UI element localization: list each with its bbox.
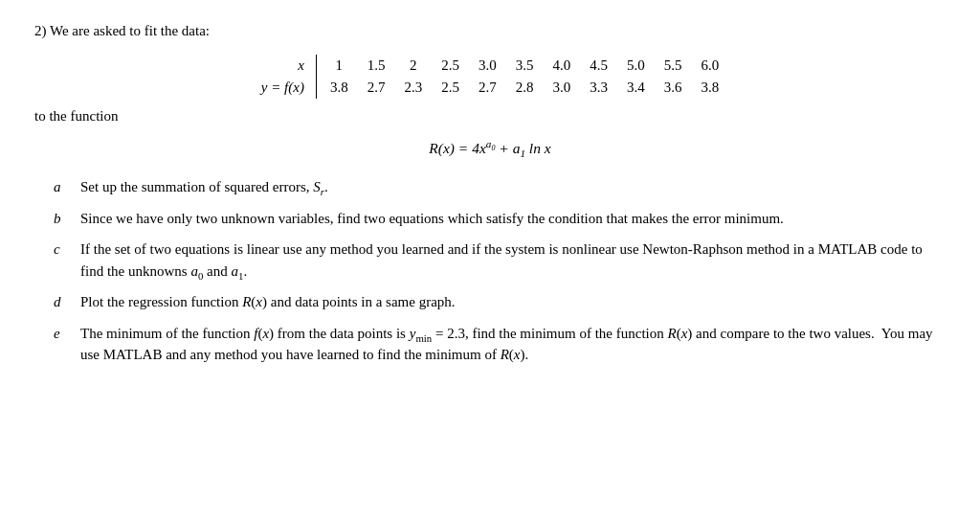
- table-row-x: x 1 1.5 2 2.5 3.0 3.5 4.0 4.5 5.0 5.5 6.…: [252, 55, 728, 77]
- part-b-label: b: [54, 208, 75, 230]
- y-val-9: 3.4: [617, 77, 655, 99]
- intro-text: 2) We are asked to fit the data:: [34, 23, 210, 38]
- part-a-label: a: [54, 176, 75, 198]
- part-d: d Plot the regression function R(x) and …: [54, 291, 946, 313]
- part-d-label: d: [54, 291, 75, 313]
- x-val-7: 4.0: [543, 55, 580, 77]
- x-label: x: [252, 55, 317, 77]
- y-val-5: 2.7: [469, 77, 506, 99]
- x-val-2: 1.5: [358, 55, 395, 77]
- x-val-11: 6.0: [691, 55, 728, 77]
- x-val-4: 2.5: [432, 55, 469, 77]
- y-val-1: 3.8: [316, 77, 357, 99]
- data-table-container: x 1 1.5 2 2.5 3.0 3.5 4.0 4.5 5.0 5.5 6.…: [34, 55, 946, 99]
- to-function-text: to the function: [34, 108, 946, 125]
- part-c-text: If the set of two equations is linear us…: [80, 239, 946, 282]
- x-val-3: 2: [394, 55, 432, 77]
- y-val-10: 3.6: [655, 77, 692, 99]
- x-val-5: 3.0: [469, 55, 506, 77]
- y-val-7: 3.0: [543, 77, 580, 99]
- part-c: c If the set of two equations is linear …: [54, 239, 946, 282]
- y-val-2: 2.7: [358, 77, 395, 99]
- y-val-8: 3.3: [580, 77, 617, 99]
- formula-container: R(x) = 4xa0 + a1 ln x: [34, 140, 946, 157]
- formula: R(x) = 4xa0 + a1 ln x: [429, 140, 550, 157]
- table-row-y: y = f(x) 3.8 2.7 2.3 2.5 2.7 2.8 3.0 3.3…: [252, 77, 728, 99]
- x-val-6: 3.5: [506, 55, 544, 77]
- x-val-8: 4.5: [580, 55, 617, 77]
- y-val-3: 2.3: [394, 77, 432, 99]
- y-val-6: 2.8: [506, 77, 544, 99]
- part-b: b Since we have only two unknown variabl…: [54, 208, 946, 230]
- part-a: a Set up the summation of squared errors…: [54, 176, 946, 198]
- x-val-1: 1: [316, 55, 357, 77]
- x-val-10: 5.5: [655, 55, 692, 77]
- part-a-text: Set up the summation of squared errors, …: [80, 176, 946, 198]
- problem-intro: 2) We are asked to fit the data:: [34, 23, 946, 39]
- part-e-text: The minimum of the function f(x) from th…: [80, 323, 946, 366]
- part-d-text: Plot the regression function R(x) and da…: [80, 291, 946, 313]
- part-e-label: e: [54, 323, 75, 345]
- data-table: x 1 1.5 2 2.5 3.0 3.5 4.0 4.5 5.0 5.5 6.…: [252, 55, 728, 99]
- problem-container: 2) We are asked to fit the data: x 1 1.5…: [34, 23, 946, 366]
- y-val-11: 3.8: [691, 77, 728, 99]
- to-function-label: to the function: [34, 108, 118, 124]
- part-e: e The minimum of the function f(x) from …: [54, 323, 946, 366]
- x-val-9: 5.0: [617, 55, 655, 77]
- part-b-text: Since we have only two unknown variables…: [80, 208, 946, 230]
- y-label: y = f(x): [252, 77, 317, 99]
- part-c-label: c: [54, 239, 75, 261]
- y-val-4: 2.5: [432, 77, 469, 99]
- parts-list: a Set up the summation of squared errors…: [54, 176, 946, 366]
